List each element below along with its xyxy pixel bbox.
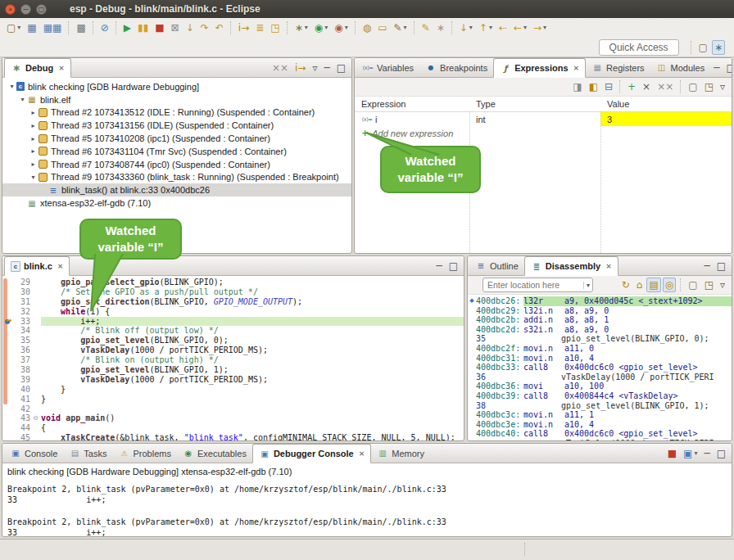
disassembly-listing[interactable]: ◆400dbc26:l32ra9, 0x400d045c <_stext+109… <box>468 295 732 440</box>
view-menu-icon[interactable]: ▿ <box>718 79 727 94</box>
location-input[interactable]: Enter location here ▾ <box>483 278 593 292</box>
open-element-icon[interactable]: ◍ <box>360 20 374 35</box>
show-source-icon[interactable]: ▤ <box>646 278 660 292</box>
annotation-ruler-cell[interactable] <box>2 365 14 375</box>
remove-expression-icon[interactable]: × <box>640 79 653 94</box>
disassembly-line[interactable]: 400dbc2b:addi.na8, a8, 1 <box>468 315 732 325</box>
annotation-ruler-cell[interactable] <box>2 297 14 307</box>
code-line[interactable]: 39 vTaskDelay(1000 / portTICK_PERIOD_MS)… <box>2 375 464 385</box>
debug-icon[interactable]: ∗▾ <box>292 20 310 35</box>
maximize-icon[interactable]: □ <box>714 446 728 461</box>
terminate-icon[interactable]: ■ <box>152 20 166 35</box>
external-tools-icon[interactable]: ◉▾ <box>332 20 351 35</box>
minimize-icon[interactable]: ─ <box>711 61 722 75</box>
home-icon[interactable]: ⌂ <box>634 278 646 292</box>
save-all-icon[interactable]: ▦▦ <box>41 20 65 35</box>
column-header-value[interactable]: Value <box>600 99 732 109</box>
save-icon[interactable]: ▦ <box>25 20 39 35</box>
expand-arrow-icon[interactable]: ▸ <box>29 160 38 168</box>
sync-context-icon[interactable]: ◎ <box>663 278 676 292</box>
code-line[interactable]: 42 <box>2 404 464 414</box>
disassembly-line[interactable]: vTaskDelay(1000 / portTICK_PERI <box>468 439 732 440</box>
open-resource-icon[interactable]: ▭ <box>375 20 389 35</box>
tab-debug[interactable]: Debug× <box>4 58 71 78</box>
disconnect-icon[interactable]: ⊠ <box>169 20 182 35</box>
tab-debugger-console[interactable]: Debugger Console× <box>252 444 371 463</box>
annotation-ruler-cell[interactable] <box>2 326 14 336</box>
tab-expressions[interactable]: Expressions× <box>493 58 586 78</box>
dropdown-arrow-icon[interactable]: ▾ <box>694 447 697 460</box>
dropdown-arrow-icon[interactable]: ▾ <box>523 21 527 34</box>
debug-tree-item[interactable]: ▸Thread #3 1073413156 (IDLE) (Suspended … <box>2 119 351 132</box>
annotation-ruler-cell[interactable] <box>2 355 14 365</box>
code-line[interactable]: 43⊖void app_main() <box>2 413 464 423</box>
view-menu-icon[interactable]: ▿ <box>718 278 727 292</box>
maximize-icon[interactable]: □ <box>714 259 728 273</box>
debug-tree-item[interactable]: xtensa-esp32-elf-gdb (7.10) <box>2 196 351 210</box>
toggle-mark-occurrences-icon[interactable]: ✎ <box>419 20 433 35</box>
code-line[interactable]: 41} <box>2 395 464 404</box>
minimize-icon[interactable]: ─ <box>701 446 712 461</box>
code-line[interactable]: →33 i++; <box>2 317 464 327</box>
annotation-ruler-cell[interactable] <box>2 278 14 287</box>
disassembly-line[interactable]: 400dbc2d:s32i.na8, a9, 0 <box>468 325 732 335</box>
step-return-icon[interactable]: ↶ <box>213 20 226 35</box>
expand-arrow-icon[interactable]: ▾ <box>7 83 16 90</box>
trace-icon[interactable]: ◳ <box>268 20 282 35</box>
expand-arrow-icon[interactable]: ▾ <box>18 96 27 103</box>
suspend-icon[interactable]: ▮▮ <box>135 20 151 35</box>
code-editor[interactable]: 29 gpio_pad_select_gpio(BLINK_GPIO);30 /… <box>2 276 464 440</box>
last-edit-location-icon[interactable]: ⇠ <box>496 20 510 35</box>
new-view-icon[interactable]: ▢ <box>686 278 700 292</box>
window-close-icon[interactable]: × <box>5 4 16 15</box>
code-line[interactable]: 36 vTaskDelay(1000 / portTICK_PERIOD_MS)… <box>2 345 464 355</box>
tab-disassembly[interactable]: Disassembly× <box>524 256 618 276</box>
debug-tree-item[interactable]: ▾blink checking [GDB Hardware Debugging] <box>2 80 351 93</box>
back-icon[interactable]: ←▾ <box>511 20 529 35</box>
annotation-ruler-cell[interactable] <box>2 413 14 423</box>
minimize-icon[interactable]: ─ <box>433 259 444 273</box>
column-header-expression[interactable]: Expression <box>355 99 469 109</box>
code-line[interactable]: 32 while(1) { <box>2 307 464 317</box>
expand-arrow-icon[interactable]: ▸ <box>29 109 38 116</box>
dropdown-arrow-icon[interactable]: ▾ <box>17 21 20 34</box>
maximize-icon[interactable]: □ <box>334 61 348 75</box>
column-header-type[interactable]: Type <box>469 99 600 109</box>
tab-modules[interactable]: Modules <box>650 58 711 77</box>
disassembly-line[interactable]: 400dbc3e:movi.na10, 4 <box>468 420 732 430</box>
disassembly-line[interactable]: 400dbc40:call80x400dc6c0 <gpio_set_level… <box>468 429 732 439</box>
run-icon[interactable]: ◉▾ <box>312 20 331 35</box>
tab-breakpoints[interactable]: Breakpoints <box>419 58 493 77</box>
annotation-ruler-cell[interactable] <box>2 336 14 345</box>
window-minimize-icon[interactable]: ─ <box>20 4 31 15</box>
minimize-icon[interactable]: ─ <box>321 61 332 75</box>
annotation-ruler-cell[interactable]: → <box>2 317 14 327</box>
show-type-names-icon[interactable]: ◨ <box>570 79 584 94</box>
display-selected-console-icon[interactable]: ▣▾ <box>681 446 700 461</box>
new-view-icon[interactable]: ▢ <box>686 79 700 94</box>
debug-tree-item[interactable]: ▾Thread #9 1073433360 (blink_task : Runn… <box>2 171 351 184</box>
view-menu-icon[interactable]: ▿ <box>310 61 319 75</box>
disassembly-line[interactable]: 400dbc2f:movi.na11, 0 <box>468 344 732 354</box>
quick-access-button[interactable]: Quick Access <box>599 39 679 56</box>
code-line[interactable]: 30 /* Set the GPIO as a push/pull output… <box>2 287 464 297</box>
disassembly-line[interactable]: 400dbc39:call80x400844c4 <vTaskDelay> <box>468 391 732 401</box>
disassembly-line[interactable]: 400dbc33:call80x400dc6c0 <gpio_set_level… <box>468 363 732 373</box>
dropdown-arrow-icon[interactable]: ▾ <box>404 21 407 34</box>
disassembly-line[interactable]: 400dbc3c:movi.na11, 1 <box>468 410 732 420</box>
debug-tree-item[interactable]: blink_task() at blink.c:33 0x400dbc26 <box>2 183 351 196</box>
annotation-ruler-cell[interactable] <box>2 385 14 395</box>
close-tab-icon[interactable]: × <box>359 449 365 458</box>
dropdown-arrow-icon[interactable]: ▾ <box>305 21 308 34</box>
instruction-stepping-mode-icon[interactable]: i→ <box>292 61 308 75</box>
new-wizard-icon[interactable]: ▢▾ <box>4 20 23 35</box>
expand-arrow-icon[interactable]: ▾ <box>29 174 38 181</box>
show-logical-structures-icon[interactable]: ◧ <box>587 79 600 94</box>
expand-arrow-icon[interactable]: ▸ <box>29 147 38 155</box>
dropdown-arrow-icon[interactable]: ▾ <box>469 21 473 34</box>
code-line[interactable]: 37 /* Blink on (output high) */ <box>2 355 464 365</box>
expand-arrow-icon[interactable]: ▸ <box>29 122 38 129</box>
tab-blink-c[interactable]: blink.c× <box>4 256 70 276</box>
remove-all-expressions-icon[interactable]: ×× <box>655 79 676 94</box>
open-view-icon[interactable]: ◳ <box>702 278 716 292</box>
